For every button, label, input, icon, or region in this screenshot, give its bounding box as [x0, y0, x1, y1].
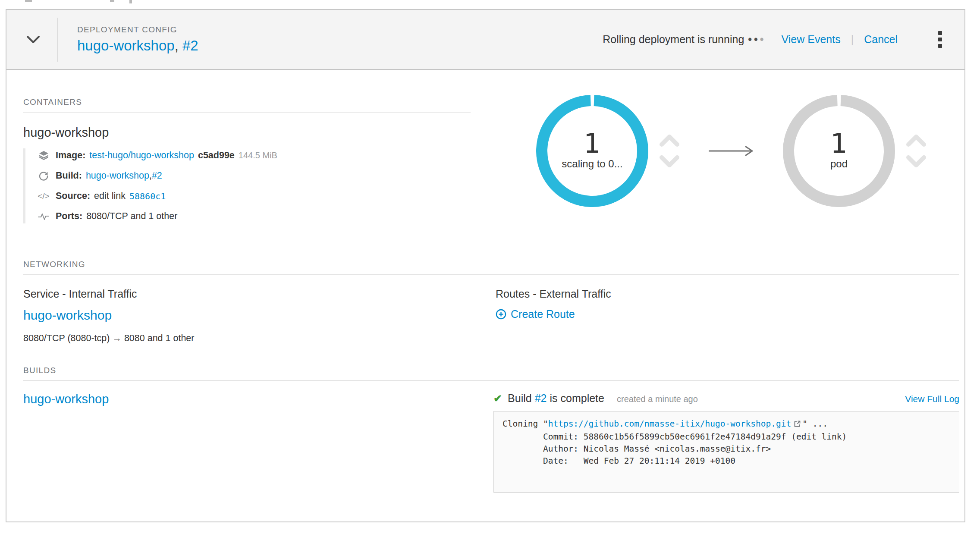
- source-commit-link[interactable]: 58860c1: [129, 191, 166, 201]
- build-success-check-icon: ✔: [493, 393, 502, 405]
- image-link[interactable]: test-hugo/hugo-workshop: [89, 150, 194, 161]
- scale-up-button[interactable]: [660, 134, 679, 147]
- deployment-version-link[interactable]: #2: [182, 38, 198, 53]
- scale-down-button[interactable]: [906, 155, 926, 168]
- builds-section-label: BUILDS: [23, 366, 959, 381]
- kebab-menu-button[interactable]: [936, 29, 944, 50]
- ports-label: Ports:: [56, 211, 82, 222]
- create-route-link[interactable]: Create Route: [496, 308, 959, 320]
- deployment-arrow-icon: [708, 145, 755, 157]
- collapse-toggle-button[interactable]: [26, 35, 40, 44]
- page-title: hugo-workshop, #2: [77, 38, 198, 54]
- layers-icon: [37, 150, 50, 161]
- build-number-link[interactable]: #2: [535, 392, 547, 405]
- image-sha: c5ad99e: [198, 150, 235, 161]
- cropped-ui-fragment: [129, 0, 132, 3]
- containers-section: CONTAINERS hugo-workshop Image: test-hug…: [23, 97, 471, 223]
- log-line-commit: Commit: 58860c1b56f5899cb50ec6961f2e4718…: [503, 431, 950, 443]
- ports-value: 8080/TCP and 1 other: [86, 211, 177, 222]
- cropped-ui-fragment: [110, 0, 114, 2]
- build-label: Build:: [56, 170, 82, 181]
- container-details-list: Image: test-hugo/hugo-workshop c5ad99e 1…: [23, 148, 471, 223]
- donut-target-replicas: 1 pod: [783, 95, 895, 207]
- title-separator: ,: [175, 38, 182, 53]
- networking-section-label: NETWORKING: [23, 260, 959, 275]
- title-block: DEPLOYMENT CONFIG hugo-workshop, #2: [77, 25, 198, 54]
- view-events-link[interactable]: View Events: [782, 33, 841, 46]
- build-status-row: ✔ Build #2 is complete created a minute …: [493, 392, 959, 405]
- target-replica-label: pod: [830, 158, 848, 170]
- service-column: Service - Internal Traffic hugo-workshop…: [23, 288, 496, 344]
- donut-current-replicas: 1 scaling to 0...: [536, 95, 648, 207]
- pulse-icon: [37, 212, 50, 221]
- build-status-column: ✔ Build #2 is complete created a minute …: [493, 392, 959, 493]
- builds-section: BUILDS hugo-workshop ✔ Build #2 is compl…: [23, 366, 959, 493]
- image-row: Image: test-hugo/hugo-workshop c5ad99e 1…: [37, 148, 471, 163]
- build-log: Cloning "https://github.com/nmasse-itix/…: [493, 411, 959, 493]
- log-line-author: Author: Nicolas Massé <nicolas.masse@iti…: [503, 443, 950, 455]
- build-status-post: is complete: [550, 392, 604, 405]
- deployment-status-text: Rolling deployment is running: [603, 33, 744, 46]
- git-clone-url-link[interactable]: https://github.com/nmasse-itix/hugo-work…: [548, 419, 792, 429]
- loading-dots-icon: •••: [748, 33, 766, 46]
- view-full-log-link[interactable]: View Full Log: [905, 394, 959, 404]
- containers-section-label: CONTAINERS: [23, 97, 471, 113]
- build-config-column: hugo-workshop: [23, 392, 493, 493]
- image-size: 144.5 MiB: [239, 151, 277, 160]
- header-divider: [57, 18, 58, 62]
- build-status-pre: Build: [508, 392, 532, 405]
- target-replica-count: 1: [830, 129, 847, 157]
- scale-up-button[interactable]: [906, 134, 926, 147]
- refresh-icon: [37, 171, 50, 181]
- deployment-scaling-widget: 1 scaling to 0...: [536, 95, 926, 207]
- service-link[interactable]: hugo-workshop: [23, 308, 112, 323]
- external-link-icon: [794, 419, 801, 431]
- build-row: Build: hugo-workshop, #2: [37, 169, 471, 183]
- scale-down-button[interactable]: [660, 155, 679, 168]
- build-config-link[interactable]: hugo-workshop: [23, 392, 109, 406]
- container-name: hugo-workshop: [23, 126, 471, 140]
- ports-row: Ports: 8080/TCP and 1 other: [37, 209, 471, 223]
- service-ports-line: 8080/TCP (8080-tcp)→8080 and 1 other: [23, 333, 496, 344]
- source-row: </> Source: edit link 58860c1: [37, 189, 471, 203]
- log-line-date: Date: Wed Feb 27 20:11:14 2019 +0100: [503, 455, 950, 467]
- source-label: Source:: [56, 191, 90, 201]
- replica-stepper: [660, 134, 679, 168]
- plus-circle-icon: [496, 309, 506, 320]
- code-icon: </>: [37, 192, 50, 201]
- action-divider: |: [851, 33, 854, 46]
- deployment-config-panel: DEPLOYMENT CONFIG hugo-workshop, #2 Roll…: [6, 9, 965, 522]
- source-text: edit link: [94, 191, 126, 201]
- panel-header: DEPLOYMENT CONFIG hugo-workshop, #2 Roll…: [6, 10, 964, 70]
- current-replica-count: 1: [584, 129, 600, 157]
- resource-kind-label: DEPLOYMENT CONFIG: [77, 25, 198, 35]
- cropped-ui-fragment: [25, 0, 32, 2]
- port-mapping-arrow-icon: →: [112, 333, 122, 343]
- log-line-clone: Cloning "https://github.com/nmasse-itix/…: [503, 418, 950, 431]
- panel-body: CONTAINERS hugo-workshop Image: test-hug…: [6, 70, 964, 521]
- replica-stepper-target: [906, 134, 926, 168]
- networking-section: NETWORKING Service - Internal Traffic hu…: [23, 260, 959, 344]
- routes-column: Routes - External Traffic Create Route: [496, 288, 959, 344]
- build-created-timestamp: created a minute ago: [617, 394, 698, 404]
- cancel-deployment-link[interactable]: Cancel: [864, 33, 898, 46]
- service-heading: Service - Internal Traffic: [23, 288, 496, 300]
- deployment-config-link[interactable]: hugo-workshop: [77, 38, 175, 53]
- current-replica-label: scaling to 0...: [562, 158, 622, 170]
- chevron-down-icon: [26, 35, 40, 44]
- image-label: Image:: [56, 150, 85, 161]
- build-link[interactable]: hugo-workshop: [86, 170, 149, 181]
- header-actions: Rolling deployment is running ••• View E…: [603, 29, 944, 50]
- routes-heading: Routes - External Traffic: [496, 288, 959, 300]
- build-version-link[interactable]: #2: [152, 170, 162, 181]
